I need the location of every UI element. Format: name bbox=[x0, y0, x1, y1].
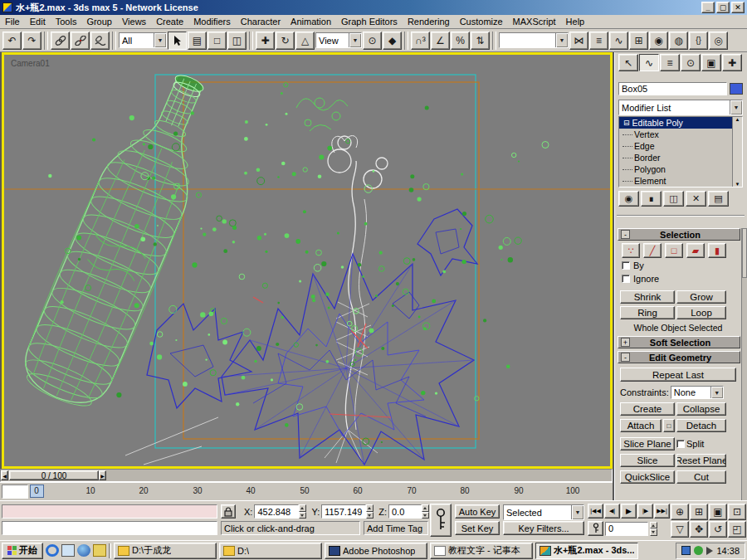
unlink-button[interactable] bbox=[71, 32, 90, 50]
prev-frame-arrow[interactable]: ◀ bbox=[1, 470, 8, 480]
configure-stack-icon[interactable]: ▤ bbox=[708, 191, 729, 207]
curve-editor-button[interactable]: ∿ bbox=[609, 32, 628, 50]
arc-rotate-button[interactable]: ↺ bbox=[709, 521, 727, 538]
coord-system-combo[interactable]: View ▼ bbox=[315, 32, 362, 48]
quick-launch-icon[interactable] bbox=[93, 544, 106, 557]
select-and-move-button[interactable]: ✚ bbox=[256, 32, 275, 50]
go-to-end-button[interactable]: ▶▶| bbox=[654, 504, 670, 519]
add-time-tag[interactable]: Add Time Tag bbox=[364, 521, 428, 535]
slice-button[interactable]: Slice bbox=[620, 454, 675, 467]
stack-item-vertex[interactable]: Vertex bbox=[619, 129, 742, 140]
start-button[interactable]: 开始 bbox=[2, 543, 43, 559]
network-tray-icon[interactable] bbox=[681, 546, 691, 555]
tab-motion-icon[interactable]: ⊙ bbox=[681, 54, 701, 71]
loop-button[interactable]: Loop bbox=[676, 306, 726, 319]
chevron-down-icon[interactable]: ▼ bbox=[710, 387, 723, 398]
zoom-extents-all-button[interactable]: ⊡ bbox=[728, 504, 746, 520]
chevron-down-icon[interactable]: ▼ bbox=[730, 100, 742, 114]
create-button[interactable]: Create bbox=[620, 402, 675, 416]
z-spinner[interactable] bbox=[422, 504, 429, 519]
collapse-icon[interactable]: ⊟ bbox=[623, 119, 630, 127]
menu-item-maxscript[interactable]: MAXScript bbox=[508, 16, 561, 27]
select-and-rotate-button[interactable]: ↻ bbox=[276, 32, 295, 50]
menu-item-customize[interactable]: Customize bbox=[455, 16, 508, 27]
taskbar-item-photoshop[interactable]: Adobe Photoshop bbox=[325, 543, 427, 559]
menu-item-graph-editors[interactable]: Graph Editors bbox=[336, 16, 403, 27]
scroll-down-icon[interactable]: ▼ bbox=[735, 182, 740, 187]
media-player-icon[interactable] bbox=[77, 544, 90, 557]
menu-item-character[interactable]: Character bbox=[236, 16, 286, 27]
rollout-selection[interactable]: - Selection bbox=[618, 228, 740, 241]
repeat-last-button[interactable]: Repeat Last bbox=[620, 368, 736, 382]
time-spinner[interactable] bbox=[650, 522, 657, 536]
bind-to-spacewarp-button[interactable] bbox=[90, 32, 110, 50]
taskbar-item-folder1[interactable]: D:\于成龙 bbox=[114, 543, 217, 559]
select-and-manipulate-button[interactable]: ◆ bbox=[383, 32, 402, 50]
pin-stack-icon[interactable]: ◉ bbox=[618, 191, 639, 207]
set-key-button[interactable]: Set Key bbox=[455, 521, 500, 535]
render-shortcuts-button[interactable]: {} bbox=[689, 32, 708, 50]
object-color-swatch[interactable] bbox=[730, 83, 743, 95]
go-to-start-button[interactable]: |◀◀ bbox=[588, 504, 603, 519]
split-checkbox[interactable] bbox=[676, 440, 685, 448]
reset-plane-button[interactable]: Reset Plane bbox=[676, 454, 726, 467]
tab-create-icon[interactable]: ↖ bbox=[618, 54, 638, 71]
y-value-field[interactable]: 1157.149 bbox=[321, 504, 366, 519]
mirror-button[interactable]: ⋈ bbox=[569, 32, 588, 50]
next-frame-button[interactable]: |▶ bbox=[637, 504, 653, 519]
chevron-down-icon[interactable]: ▼ bbox=[154, 33, 166, 47]
volume-icon[interactable] bbox=[706, 547, 713, 555]
taskbar-item-folder2[interactable]: D:\ bbox=[219, 543, 322, 559]
stack-item-editable-poly[interactable]: ⊟ Editable Poly bbox=[619, 117, 742, 129]
rollout-soft-selection[interactable]: + Soft Selection bbox=[618, 336, 740, 348]
tab-modify-icon[interactable]: ∿ bbox=[639, 54, 659, 71]
material-editor-button[interactable]: ◉ bbox=[649, 32, 668, 50]
shrink-button[interactable]: Shrink bbox=[620, 290, 675, 304]
stack-item-edge[interactable]: Edge bbox=[619, 140, 742, 152]
zoom-button[interactable]: ⊕ bbox=[671, 504, 689, 520]
edge-subobject-icon[interactable]: ╱ bbox=[643, 243, 662, 258]
use-pivot-center-button[interactable]: ⊙ bbox=[363, 32, 382, 50]
show-desktop-icon[interactable] bbox=[61, 544, 75, 557]
rollout-edit-geometry[interactable]: - Edit Geometry bbox=[618, 351, 740, 363]
internet-explorer-icon[interactable] bbox=[46, 544, 59, 557]
ring-button[interactable]: Ring bbox=[620, 306, 675, 319]
previous-frame-button[interactable]: ◀| bbox=[604, 504, 620, 519]
detach-button[interactable]: Detach bbox=[676, 419, 726, 432]
taskbar-item-3dsmax[interactable]: 水+瓶2.max - 3ds... bbox=[535, 543, 638, 559]
make-unique-icon[interactable]: ◫ bbox=[663, 191, 684, 207]
track-bar[interactable]: 0 10 20 30 40 50 60 70 80 90 100 bbox=[0, 482, 613, 500]
listener-field[interactable] bbox=[2, 521, 217, 535]
zoom-all-button[interactable]: ⊞ bbox=[690, 504, 708, 520]
taskbar-item-notepad[interactable]: 教程文字 - 记事本 bbox=[430, 543, 533, 559]
camera-viewport[interactable]: Camera01 bbox=[2, 52, 613, 469]
stack-scrollbar[interactable]: ▲▼ bbox=[732, 117, 742, 187]
set-key-big-button[interactable] bbox=[430, 504, 452, 537]
tab-display-icon[interactable]: ▣ bbox=[701, 54, 721, 71]
key-target-combo[interactable]: Selected ▼ bbox=[503, 504, 584, 520]
grow-button[interactable]: Grow bbox=[676, 290, 726, 304]
selection-lock-button[interactable] bbox=[221, 504, 236, 519]
quick-render-button[interactable]: ◎ bbox=[709, 32, 728, 50]
menu-item-group[interactable]: Group bbox=[81, 16, 117, 27]
app-tray-icon[interactable] bbox=[694, 546, 703, 555]
select-and-scale-button[interactable]: △ bbox=[295, 32, 315, 50]
redo-button[interactable]: ↷ bbox=[22, 32, 42, 50]
maximize-button[interactable]: ▢ bbox=[716, 2, 730, 13]
by-vertex-checkbox[interactable] bbox=[622, 261, 630, 270]
min-max-toggle-button[interactable]: ◰ bbox=[728, 521, 746, 538]
object-name-field[interactable]: Box05 bbox=[618, 82, 727, 95]
macro-recorder-field[interactable] bbox=[2, 504, 217, 519]
key-mode-button[interactable] bbox=[588, 521, 603, 536]
chevron-down-icon[interactable]: ▼ bbox=[571, 505, 583, 519]
pan-button[interactable]: ✥ bbox=[690, 521, 708, 538]
rollout-state-icon[interactable]: - bbox=[621, 230, 630, 239]
tab-hierarchy-icon[interactable]: ≡ bbox=[660, 54, 680, 71]
zoom-extents-button[interactable]: ▣ bbox=[709, 504, 727, 520]
named-selection-combo[interactable]: ▼ bbox=[499, 32, 569, 48]
modifier-stack[interactable]: ⊟ Editable Poly Vertex Edge Border Polyg… bbox=[618, 116, 743, 187]
schematic-view-button[interactable]: ⊞ bbox=[629, 32, 648, 50]
polygon-subobject-icon[interactable]: ▰ bbox=[686, 243, 705, 258]
select-object-button[interactable] bbox=[168, 32, 187, 50]
modifier-list-combo[interactable]: Modifier List ▼ bbox=[618, 100, 743, 115]
